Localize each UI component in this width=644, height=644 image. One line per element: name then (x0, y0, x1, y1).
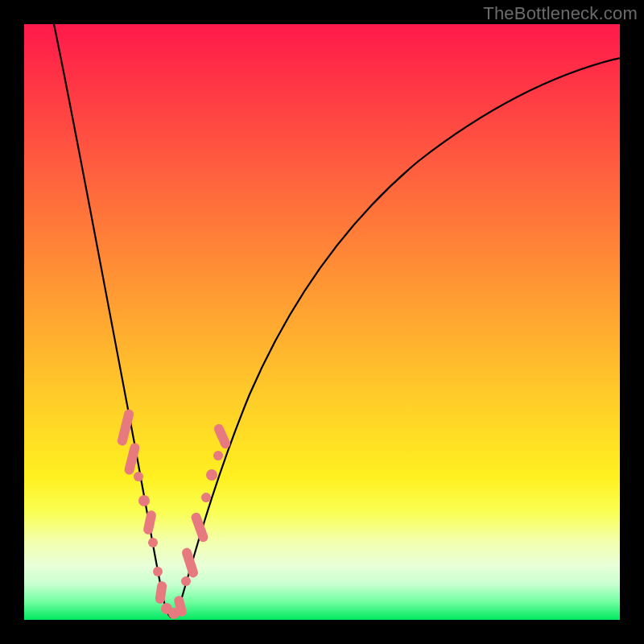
bead-cluster-left-mid (138, 495, 158, 547)
plot-area (24, 24, 620, 620)
curve-layer (24, 24, 620, 620)
svg-rect-17 (213, 423, 232, 450)
svg-point-2 (134, 472, 143, 481)
svg-point-6 (153, 567, 163, 576)
chart-frame: TheBottleneck.com (0, 0, 644, 644)
svg-point-3 (138, 495, 150, 506)
svg-rect-4 (142, 510, 157, 535)
svg-rect-7 (155, 580, 167, 604)
svg-point-15 (206, 469, 217, 481)
svg-point-16 (213, 451, 223, 460)
watermark-text: TheBottleneck.com (483, 3, 638, 24)
svg-point-11 (181, 576, 191, 586)
svg-point-14 (201, 493, 211, 502)
svg-rect-12 (180, 547, 199, 579)
bottleneck-curve (54, 24, 620, 617)
bead-cluster-right-mid (180, 493, 211, 586)
svg-point-5 (148, 538, 158, 547)
